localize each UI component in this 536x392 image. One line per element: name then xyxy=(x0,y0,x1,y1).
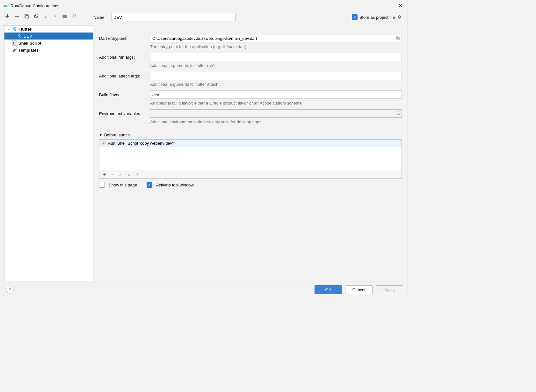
move-task-down-button: ▼ xyxy=(134,171,140,177)
build-flavor-hint: An optional build flavor; either a Gradl… xyxy=(150,101,402,105)
dart-entrypoint-input[interactable] xyxy=(150,34,402,42)
before-launch-list: Run 'Shell Script 'copy webenv dev'' − ▲… xyxy=(99,139,402,179)
checkbox-row: Show this page ✓ Activate tool window xyxy=(99,182,402,188)
apply-button: Apply xyxy=(376,285,403,294)
remove-config-button[interactable] xyxy=(14,13,20,19)
attach-args-label: Additional attach args: xyxy=(99,74,150,78)
tree-node-label: Shell Script xyxy=(18,41,41,46)
env-label: Environment variables: xyxy=(99,111,150,116)
config-form: Dart entrypoint: The entry-point for the… xyxy=(93,25,408,281)
store-as-project-file-row: ✓ Store as project file xyxy=(352,14,402,20)
svg-rect-1 xyxy=(26,16,28,18)
before-launch-label: Before launch xyxy=(104,133,130,137)
run-icon xyxy=(101,141,106,146)
dialog-body: ⌄ Flutter DEV › >_ Shell Script › Templa… xyxy=(0,25,408,281)
tree-node-label: Flutter xyxy=(18,27,31,32)
chevron-right-icon: › xyxy=(7,41,11,45)
dart-entrypoint-hint: The entry-point for the application (e.g… xyxy=(150,44,402,49)
edit-task-button xyxy=(118,171,124,177)
tree-node-dev[interactable]: DEV xyxy=(4,33,93,40)
activate-tool-window-label: Activate tool window xyxy=(156,183,194,187)
folder-button[interactable] xyxy=(62,13,68,19)
attach-args-input[interactable] xyxy=(150,72,402,80)
list-icon[interactable] xyxy=(396,111,401,116)
ok-button[interactable]: OK xyxy=(315,285,342,294)
close-icon[interactable]: ✕ xyxy=(396,2,405,9)
run-args-label: Additional run args: xyxy=(99,55,150,60)
flutter-icon xyxy=(12,26,17,32)
tree-node-templates[interactable]: › Templates xyxy=(4,47,93,54)
window-title: Run/Debug Configurations xyxy=(11,4,396,8)
copy-config-button[interactable] xyxy=(23,13,30,19)
config-toolbar: ▲ ▼ xyxy=(0,11,93,21)
before-launch-item-label: Run 'Shell Script 'copy webenv dev'' xyxy=(108,141,174,146)
env-hint: Additional environment variables; only v… xyxy=(150,120,402,124)
dart-entrypoint-row: Dart entrypoint: xyxy=(99,34,402,42)
tree-node-shell-script[interactable]: › >_ Shell Script xyxy=(4,40,93,47)
store-as-project-file-label: Store as project file xyxy=(359,15,395,20)
before-launch-toolbar: − ▲ ▼ xyxy=(99,170,402,178)
add-task-button[interactable] xyxy=(101,171,107,177)
tree-node-label: Templates xyxy=(18,48,39,53)
name-label: Name: xyxy=(93,15,111,20)
name-row: Name: ✓ Store as project file xyxy=(93,11,408,23)
run-args-input[interactable] xyxy=(150,53,402,61)
before-launch-item[interactable]: Run 'Shell Script 'copy webenv dev'' xyxy=(99,140,402,147)
build-flavor-label: Build flavor: xyxy=(99,92,150,97)
config-tree: ⌄ Flutter DEV › >_ Shell Script › Templa… xyxy=(4,25,93,281)
tree-node-flutter[interactable]: ⌄ Flutter xyxy=(4,25,93,33)
env-input xyxy=(150,109,402,118)
titlebar: Run/Debug Configurations ✕ xyxy=(0,0,408,11)
dialog-footer: ? OK Cancel Apply xyxy=(0,281,408,298)
build-flavor-input[interactable] xyxy=(150,91,402,99)
edit-templates-button[interactable] xyxy=(33,13,39,19)
run-args-hint: Additional arguments to 'flutter run'. xyxy=(150,63,402,68)
tree-node-label: DEV xyxy=(24,34,32,39)
remove-task-button: − xyxy=(110,171,115,177)
shell-script-icon: >_ xyxy=(12,40,17,46)
sort-button xyxy=(71,13,77,19)
cancel-button[interactable]: Cancel xyxy=(345,285,373,294)
triangle-down-icon: ▼ xyxy=(99,133,102,137)
before-launch-section-header[interactable]: ▼ Before launch xyxy=(99,133,402,137)
gear-icon[interactable] xyxy=(397,14,402,20)
env-row: Environment variables: xyxy=(99,109,402,118)
add-config-button[interactable] xyxy=(4,13,11,19)
chevron-right-icon: › xyxy=(7,48,11,52)
show-this-page-label: Show this page xyxy=(109,183,137,187)
dialog-window: Run/Debug Configurations ✕ ▲ ▼ Name: ✓ S… xyxy=(0,0,408,298)
chevron-down-icon: ⌄ xyxy=(7,27,11,31)
flutter-icon xyxy=(17,33,22,39)
run-args-row: Additional run args: xyxy=(99,53,402,61)
android-icon xyxy=(3,3,8,8)
wrench-icon xyxy=(12,47,17,53)
move-down-button: ▼ xyxy=(52,13,58,19)
activate-tool-window-checkbox[interactable]: ✓ xyxy=(147,182,152,188)
browse-folder-icon[interactable] xyxy=(395,36,401,41)
build-flavor-row: Build flavor: xyxy=(99,91,402,99)
move-task-up-button: ▲ xyxy=(126,171,132,177)
attach-args-hint: Additional arguments to 'flutter attach'… xyxy=(150,82,402,87)
move-up-button: ▲ xyxy=(42,13,49,19)
dart-entrypoint-label: Dart entrypoint: xyxy=(99,36,150,41)
show-this-page-checkbox[interactable] xyxy=(99,182,105,188)
attach-args-row: Additional attach args: xyxy=(99,72,402,80)
store-as-project-file-checkbox[interactable]: ✓ xyxy=(352,14,358,20)
help-button[interactable]: ? xyxy=(6,286,14,294)
name-input[interactable] xyxy=(111,13,235,21)
